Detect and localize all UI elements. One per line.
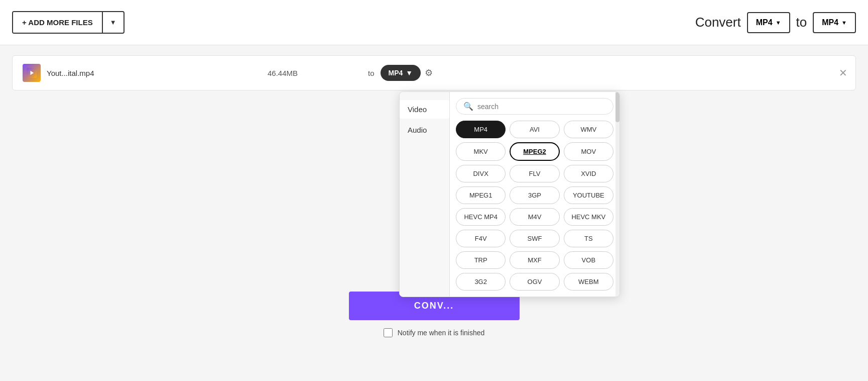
format-pill-trp[interactable]: TRP <box>456 251 506 269</box>
notify-label: Notify me when it is finished <box>398 329 485 337</box>
add-files-caret-btn[interactable]: ▼ <box>103 13 123 32</box>
format-pill-mov[interactable]: MOV <box>564 142 613 161</box>
format-pill-mkv[interactable]: MKV <box>456 142 506 161</box>
add-files-main-btn[interactable]: + ADD MORE FILES <box>13 12 103 33</box>
header-format-from-caret: ▼ <box>776 20 781 26</box>
file-format-caret: ▼ <box>406 69 413 77</box>
convert-label: Convert <box>695 15 741 30</box>
format-pill-swf[interactable]: SWF <box>510 230 559 247</box>
file-type-icon <box>23 64 41 82</box>
header-format-from-label: MP4 <box>756 18 773 27</box>
category-video[interactable]: Video <box>400 100 449 119</box>
format-pill-f4v[interactable]: F4V <box>456 230 506 247</box>
header-left: + ADD MORE FILES ▼ <box>12 11 125 34</box>
formats-grid: MP4AVIWMVMKVMPEG2MOVDIVXFLVXVIDMPEG13GPY… <box>456 121 613 291</box>
notify-checkbox[interactable] <box>384 328 393 337</box>
category-audio[interactable]: Audio <box>400 121 449 139</box>
file-close-btn[interactable]: ✕ <box>839 67 847 79</box>
file-row: Yout...ital.mp4 46.44MB to MP4 ▼ ⚙ ✕ <box>12 55 856 90</box>
format-pill-mpeg1[interactable]: MPEG1 <box>456 186 506 204</box>
format-pill-hevc-mkv[interactable]: HEVC MKV <box>564 208 613 226</box>
format-pill-avi[interactable]: AVI <box>510 121 559 138</box>
format-dropdown-panel: Video Audio 🔍 MP4AVIWMVMKVMPEG2MOVDIVXFL… <box>399 91 620 297</box>
format-pill-mxf[interactable]: MXF <box>510 251 559 269</box>
file-name: Yout...ital.mp4 <box>47 69 147 77</box>
format-pill-flv[interactable]: FLV <box>510 165 559 182</box>
file-format-label: MP4 <box>389 69 403 77</box>
format-pill-xvid[interactable]: XVID <box>564 165 613 182</box>
header: + ADD MORE FILES ▼ Convert MP4 ▼ to MP4 … <box>0 0 868 45</box>
format-category-sidebar: Video Audio <box>400 92 450 297</box>
format-pill-ogv[interactable]: OGV <box>510 273 559 291</box>
format-search-input[interactable] <box>477 103 606 111</box>
format-pill-m4v[interactable]: M4V <box>510 208 559 226</box>
format-grid-area: 🔍 MP4AVIWMVMKVMPEG2MOVDIVXFLVXVIDMPEG13G… <box>450 92 619 297</box>
format-search-bar[interactable]: 🔍 <box>456 98 613 115</box>
file-size: 46.44MB <box>268 69 298 77</box>
format-pill-ts[interactable]: TS <box>564 230 613 247</box>
header-format-from-btn[interactable]: MP4 ▼ <box>747 12 790 33</box>
scrollbar-track <box>615 92 619 297</box>
header-format-to-caret: ▼ <box>841 20 847 26</box>
header-format-to-btn[interactable]: MP4 ▼ <box>813 12 856 33</box>
header-to-label: to <box>796 15 807 30</box>
format-pill-hevc-mp4[interactable]: HEVC MP4 <box>456 208 506 226</box>
add-files-button[interactable]: + ADD MORE FILES ▼ <box>12 11 125 34</box>
file-format-select-btn[interactable]: MP4 ▼ <box>381 65 421 81</box>
format-pill-vob[interactable]: VOB <box>564 251 613 269</box>
header-format-to-label: MP4 <box>822 18 838 27</box>
format-pill-wmv[interactable]: WMV <box>564 121 613 138</box>
format-pill-3g2[interactable]: 3G2 <box>456 273 506 291</box>
format-pill-youtube[interactable]: YOUTUBE <box>564 186 613 204</box>
file-to-label: to <box>368 69 375 77</box>
search-icon: 🔍 <box>463 102 473 111</box>
scrollbar-thumb[interactable] <box>615 92 619 122</box>
format-pill-mpeg2[interactable]: MPEG2 <box>510 142 559 161</box>
format-pill-mp4[interactable]: MP4 <box>456 121 506 138</box>
content-area: Yout...ital.mp4 46.44MB to MP4 ▼ ⚙ ✕ Vid… <box>0 45 868 347</box>
format-pill-webm[interactable]: WEBM <box>564 273 613 291</box>
format-pill-3gp[interactable]: 3GP <box>510 186 559 204</box>
notify-row: Notify me when it is finished <box>12 328 856 337</box>
file-settings-btn[interactable]: ⚙ <box>425 67 433 78</box>
header-right: Convert MP4 ▼ to MP4 ▼ <box>695 12 856 33</box>
format-pill-divx[interactable]: DIVX <box>456 165 506 182</box>
